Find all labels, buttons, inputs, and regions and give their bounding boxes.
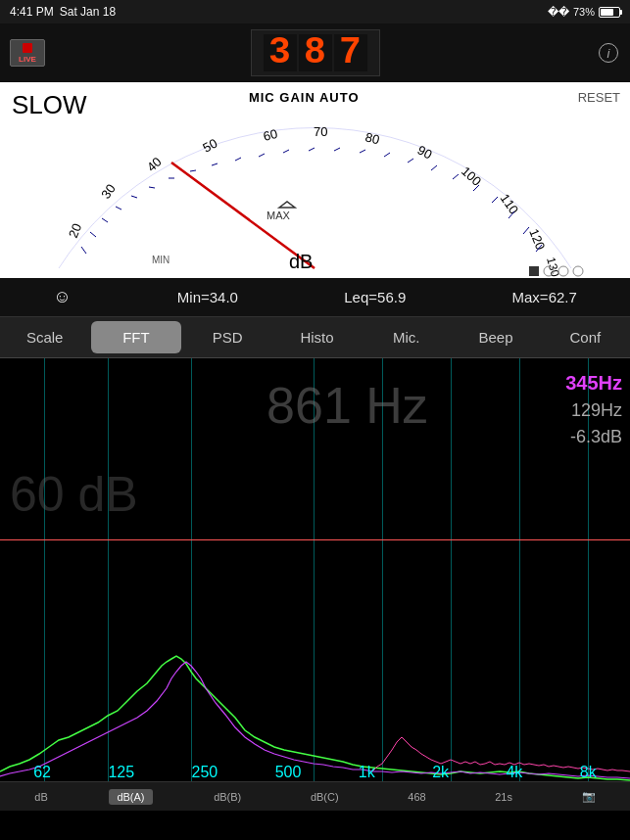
tab-bar: Scale FFT PSD Histo Mic. Beep Conf: [0, 317, 630, 358]
wifi-icon: ��: [548, 6, 569, 19]
bottom-dba[interactable]: dB(A): [109, 789, 152, 805]
freq-125: 125: [108, 764, 134, 781]
bottom-bar: dB dB(A) dB(B) dB(C) 468 21s 📷: [0, 781, 630, 811]
digit-1: 3: [264, 34, 297, 71]
svg-line-24: [309, 148, 315, 151]
svg-line-15: [116, 207, 121, 210]
tab-scale[interactable]: Scale: [0, 317, 89, 357]
digit-3: 7: [334, 34, 367, 71]
tab-fft[interactable]: FFT: [91, 321, 180, 353]
bottom-dbc[interactable]: dB(C): [303, 789, 347, 805]
tab-psd[interactable]: PSD: [183, 317, 272, 357]
fft-right-db: -6.3dB: [565, 424, 622, 450]
svg-text:40: 40: [144, 154, 165, 174]
freq-labels: 62 125 250 500 1k 2k 4k 8k: [0, 764, 630, 781]
tab-beep[interactable]: Beep: [451, 317, 540, 357]
smiley-icon: ☺: [53, 287, 71, 307]
freq-8k: 8k: [580, 764, 597, 781]
freq-62: 62: [33, 764, 51, 781]
svg-line-25: [334, 148, 340, 151]
svg-line-16: [131, 196, 137, 198]
digital-display: 3 8 7: [251, 29, 380, 76]
freq-1k: 1k: [359, 764, 375, 781]
svg-line-19: [190, 170, 196, 171]
bottom-468[interactable]: 468: [400, 789, 433, 805]
freq-4k: 4k: [506, 764, 522, 781]
battery-icon: [599, 7, 620, 18]
digit-2: 8: [299, 34, 332, 71]
svg-text:50: 50: [200, 136, 219, 156]
svg-text:70: 70: [314, 124, 327, 139]
top-section: LIVE 3 8 7 i: [0, 23, 630, 82]
svg-line-20: [212, 163, 218, 165]
svg-line-21: [235, 158, 241, 161]
live-badge: LIVE: [10, 39, 45, 67]
vu-mic-gain-label: MIC GAIN AUTO: [249, 90, 360, 105]
leq-value: Leq=56.9: [344, 289, 406, 305]
svg-line-13: [90, 232, 96, 237]
battery-label: 73%: [573, 6, 595, 18]
svg-text:80: 80: [363, 129, 381, 147]
vu-reset-button[interactable]: RESET: [578, 90, 620, 105]
status-bar: 4:41 PM Sat Jan 18 �� 73%: [0, 0, 630, 23]
bottom-dbb[interactable]: dB(B): [206, 789, 249, 805]
tab-conf[interactable]: Conf: [541, 317, 630, 357]
svg-line-26: [360, 150, 365, 153]
svg-text:60: 60: [262, 126, 279, 144]
freq-250: 250: [192, 764, 218, 781]
waveform-svg: [0, 585, 630, 781]
svg-point-44: [573, 266, 583, 276]
max-value: Max=62.7: [512, 289, 577, 305]
bottom-db[interactable]: dB: [26, 789, 55, 805]
time-label: 4:41 PM: [10, 5, 54, 19]
svg-line-32: [492, 197, 498, 203]
svg-text:120: 120: [526, 227, 548, 253]
fft-right-hz1: 345Hz: [565, 368, 622, 397]
status-right: �� 73%: [548, 6, 620, 19]
vu-arc-container: 20 30 40 50 60 70 80 90 100 110 120 130: [0, 112, 630, 278]
stats-bar: ☺ Min=34.0 Leq=56.9 Max=62.7: [0, 278, 630, 317]
vu-arc-svg: 20 30 40 50 60 70 80 90 100 110 120 130: [0, 121, 630, 278]
live-text: LIVE: [19, 55, 36, 64]
bottom-camera[interactable]: 📷: [574, 788, 604, 805]
svg-text:MAX: MAX: [267, 210, 291, 221]
svg-rect-41: [529, 266, 539, 276]
live-dot: [23, 43, 32, 53]
freq-500: 500: [275, 764, 302, 781]
svg-line-17: [149, 187, 155, 188]
svg-line-14: [102, 218, 108, 222]
svg-marker-37: [279, 202, 295, 208]
svg-text:MIN: MIN: [152, 255, 170, 265]
svg-line-12: [81, 247, 86, 254]
bottom-21s[interactable]: 21s: [487, 789, 520, 805]
tab-mic[interactable]: Mic.: [362, 317, 451, 357]
info-icon[interactable]: i: [599, 43, 618, 63]
fft-main-db: 60 dB: [10, 466, 138, 523]
svg-line-29: [431, 165, 437, 170]
svg-text:dB: dB: [289, 251, 313, 272]
fft-right-labels: 345Hz 129Hz -6.3dB: [565, 368, 622, 450]
date-label: Sat Jan 18: [60, 5, 116, 19]
svg-line-23: [283, 150, 289, 153]
fft-main-hz: 861 Hz: [267, 376, 428, 435]
freq-2k: 2k: [432, 764, 449, 781]
status-left: 4:41 PM Sat Jan 18: [10, 5, 116, 19]
svg-text:110: 110: [498, 191, 522, 216]
svg-line-28: [408, 159, 413, 163]
fft-area[interactable]: 861 Hz 60 dB 345Hz 129Hz -6.3dB 62 125 2…: [0, 358, 630, 811]
min-value: Min=34.0: [177, 289, 238, 305]
vu-meter: SLOW MIC GAIN AUTO RESET 20 30 40 50 60: [0, 82, 630, 278]
svg-text:100: 100: [459, 163, 484, 189]
svg-line-30: [453, 174, 459, 179]
tab-histo[interactable]: Histo: [272, 317, 362, 357]
svg-line-27: [384, 153, 390, 157]
horizontal-red-line: [0, 539, 630, 540]
fft-right-hz2: 129Hz: [565, 397, 622, 424]
svg-line-22: [259, 154, 265, 157]
svg-text:30: 30: [98, 181, 119, 201]
